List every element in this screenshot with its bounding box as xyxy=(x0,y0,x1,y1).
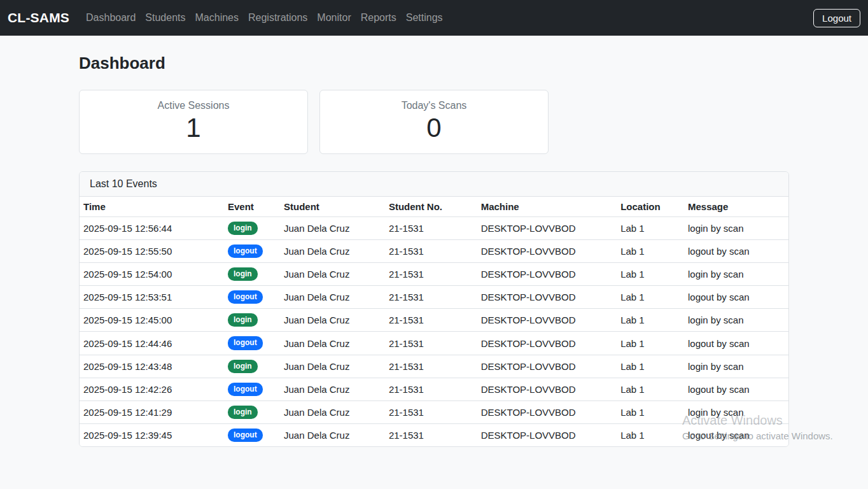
cell-student-no: 21-1531 xyxy=(384,401,476,424)
logout-badge: logout xyxy=(228,336,263,350)
column-header-time: Time xyxy=(80,197,223,217)
cell-event: login xyxy=(223,309,279,332)
cell-student-no: 21-1531 xyxy=(384,239,476,262)
cell-time: 2025-09-15 12:55:50 xyxy=(80,239,223,262)
column-header-student: Student xyxy=(279,197,384,217)
brand-logo[interactable]: CL-SAMS xyxy=(8,10,69,25)
cell-machine: DESKTOP-LOVVBOD xyxy=(476,378,615,400)
cell-student-no: 21-1531 xyxy=(384,216,476,239)
cell-location: Lab 1 xyxy=(615,309,683,332)
cell-student-no: 21-1531 xyxy=(384,262,476,285)
cell-student: Juan Dela Cruz xyxy=(279,286,384,309)
cell-student-no: 21-1531 xyxy=(384,378,476,400)
cell-location: Lab 1 xyxy=(615,332,683,355)
cell-machine: DESKTOP-LOVVBOD xyxy=(476,332,615,355)
todays-scans-card: Today's Scans 0 xyxy=(319,90,549,154)
cell-machine: DESKTOP-LOVVBOD xyxy=(476,239,615,262)
login-badge: login xyxy=(228,267,258,281)
cell-machine: DESKTOP-LOVVBOD xyxy=(476,309,615,332)
active-sessions-label: Active Sessions xyxy=(90,100,297,111)
cell-message: login by scan xyxy=(683,401,788,424)
cell-event: login xyxy=(223,355,279,378)
events-table-body: 2025-09-15 12:56:44loginJuan Dela Cruz21… xyxy=(80,216,788,446)
last-events-card: Last 10 Events Time Event Student Studen… xyxy=(79,171,789,448)
logout-badge: logout xyxy=(228,383,263,396)
logout-badge: logout xyxy=(228,290,263,304)
nav-item-registrations[interactable]: Registrations xyxy=(248,12,307,24)
table-header-row: Time Event Student Student No. Machine L… xyxy=(80,197,788,217)
nav-item-dashboard[interactable]: Dashboard xyxy=(86,12,136,24)
cell-event: logout xyxy=(223,239,279,262)
cell-student: Juan Dela Cruz xyxy=(279,355,384,378)
cell-event: logout xyxy=(223,286,279,309)
events-card-title: Last 10 Events xyxy=(80,172,788,197)
todays-scans-label: Today's Scans xyxy=(330,100,538,111)
cell-student: Juan Dela Cruz xyxy=(279,262,384,285)
cell-student: Juan Dela Cruz xyxy=(279,239,384,262)
login-badge: login xyxy=(228,313,258,327)
table-row: 2025-09-15 12:41:29loginJuan Dela Cruz21… xyxy=(80,401,788,424)
cell-location: Lab 1 xyxy=(615,355,683,378)
todays-scans-value: 0 xyxy=(330,111,538,145)
nav-item-monitor[interactable]: Monitor xyxy=(317,12,351,24)
nav-item-reports[interactable]: Reports xyxy=(361,12,396,24)
cell-student: Juan Dela Cruz xyxy=(279,309,384,332)
cell-student: Juan Dela Cruz xyxy=(279,332,384,355)
cell-event: login xyxy=(223,401,279,424)
cell-machine: DESKTOP-LOVVBOD xyxy=(476,355,615,378)
cell-location: Lab 1 xyxy=(615,286,683,309)
cell-message: logout by scan xyxy=(683,332,788,355)
navbar: CL-SAMS Dashboard Students Machines Regi… xyxy=(0,0,868,36)
cell-student: Juan Dela Cruz xyxy=(279,216,384,239)
table-row: 2025-09-15 12:39:45logoutJuan Dela Cruz2… xyxy=(80,424,788,447)
login-badge: login xyxy=(228,222,258,235)
logout-badge: logout xyxy=(228,429,263,442)
events-table: Time Event Student Student No. Machine L… xyxy=(80,197,788,447)
main-content: Dashboard Active Sessions 1 Today's Scan… xyxy=(79,53,789,447)
cell-time: 2025-09-15 12:43:48 xyxy=(80,355,223,378)
cell-student-no: 21-1531 xyxy=(384,332,476,355)
cell-message: login by scan xyxy=(683,262,788,285)
cell-message: logout by scan xyxy=(683,378,788,400)
cell-time: 2025-09-15 12:53:51 xyxy=(80,286,223,309)
table-row: 2025-09-15 12:44:46logoutJuan Dela Cruz2… xyxy=(80,332,788,355)
page-title: Dashboard xyxy=(79,53,789,73)
table-row: 2025-09-15 12:55:50logoutJuan Dela Cruz2… xyxy=(80,239,788,262)
nav-links: Dashboard Students Machines Registration… xyxy=(86,12,813,24)
table-row: 2025-09-15 12:53:51logoutJuan Dela Cruz2… xyxy=(80,286,788,309)
cell-message: logout by scan xyxy=(683,424,788,447)
cell-location: Lab 1 xyxy=(615,401,683,424)
cell-event: logout xyxy=(223,378,279,400)
table-row: 2025-09-15 12:54:00loginJuan Dela Cruz21… xyxy=(80,262,788,285)
cell-student-no: 21-1531 xyxy=(384,286,476,309)
table-row: 2025-09-15 12:45:00loginJuan Dela Cruz21… xyxy=(80,309,788,332)
cell-message: login by scan xyxy=(683,355,788,378)
cell-location: Lab 1 xyxy=(615,378,683,400)
cell-message: login by scan xyxy=(683,309,788,332)
cell-message: login by scan xyxy=(683,216,788,239)
cell-event: logout xyxy=(223,424,279,447)
cell-message: logout by scan xyxy=(683,286,788,309)
cell-time: 2025-09-15 12:56:44 xyxy=(80,216,223,239)
login-badge: login xyxy=(228,360,258,373)
login-badge: login xyxy=(228,406,258,419)
cell-machine: DESKTOP-LOVVBOD xyxy=(476,216,615,239)
nav-item-settings[interactable]: Settings xyxy=(406,12,443,24)
nav-item-machines[interactable]: Machines xyxy=(195,12,239,24)
cell-location: Lab 1 xyxy=(615,424,683,447)
table-row: 2025-09-15 12:43:48loginJuan Dela Cruz21… xyxy=(80,355,788,378)
cell-time: 2025-09-15 12:41:29 xyxy=(80,401,223,424)
cell-location: Lab 1 xyxy=(615,239,683,262)
cell-machine: DESKTOP-LOVVBOD xyxy=(476,286,615,309)
logout-button[interactable]: Logout xyxy=(813,9,860,27)
cell-student: Juan Dela Cruz xyxy=(279,424,384,447)
cell-student-no: 21-1531 xyxy=(384,424,476,447)
cell-location: Lab 1 xyxy=(615,262,683,285)
cell-student-no: 21-1531 xyxy=(384,309,476,332)
cell-time: 2025-09-15 12:44:46 xyxy=(80,332,223,355)
nav-item-students[interactable]: Students xyxy=(145,12,185,24)
table-row: 2025-09-15 12:42:26logoutJuan Dela Cruz2… xyxy=(80,378,788,400)
logout-badge: logout xyxy=(228,244,263,258)
column-header-student-no: Student No. xyxy=(384,197,476,217)
cell-location: Lab 1 xyxy=(615,216,683,239)
